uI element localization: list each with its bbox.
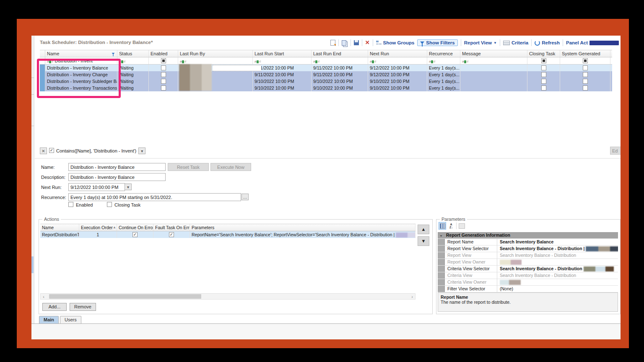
redacted-value bbox=[500, 260, 522, 265]
enabled-form-checkbox[interactable] bbox=[68, 202, 73, 207]
closing-task-filter-checkbox[interactable] bbox=[541, 58, 546, 63]
system-generated-checkbox[interactable] bbox=[583, 85, 588, 90]
delete-icon[interactable]: ✕ bbox=[365, 40, 370, 45]
annotation-highlight bbox=[37, 59, 121, 98]
redacted-parameters bbox=[396, 233, 415, 238]
tab-users[interactable]: Users bbox=[60, 316, 81, 324]
remove-filter-button[interactable]: ✕ bbox=[40, 147, 47, 154]
actions-column-fault-task-on-error[interactable]: Fault Task On Error bbox=[153, 224, 190, 231]
system-generated-filter-checkbox[interactable] bbox=[583, 58, 588, 63]
actions-header-row: Name Execution Order▲ Continue On Error … bbox=[40, 224, 415, 231]
closing-task-option[interactable]: Closing Task bbox=[107, 202, 140, 207]
recurrence-ellipsis-button[interactable]: … bbox=[242, 194, 249, 200]
property-row[interactable]: Criteria View Owner bbox=[438, 279, 618, 286]
column-header-closing-task[interactable]: Closing Task bbox=[527, 50, 560, 57]
category-row[interactable]: ⌄ Report Generation Information bbox=[438, 232, 618, 239]
property-row[interactable]: Report Name Search Inventory Balance bbox=[438, 239, 618, 246]
criteria-button[interactable]: Criteria bbox=[503, 40, 528, 45]
next-run-dropdown-button[interactable]: ▾ bbox=[125, 184, 132, 190]
column-header-last-run-by[interactable]: Last Run By bbox=[178, 50, 253, 57]
move-down-button[interactable]: ▼ bbox=[418, 236, 429, 246]
show-groups-button[interactable]: Show Groups bbox=[376, 40, 415, 45]
property-description-panel: Report Name The name of the report to di… bbox=[438, 292, 618, 312]
fault-task-on-error-checkbox[interactable]: ✓ bbox=[169, 232, 174, 237]
new-task-icon[interactable] bbox=[330, 40, 335, 46]
task-grid: Name Status Enabled Last Run By Last Run… bbox=[40, 50, 612, 91]
name-field[interactable] bbox=[68, 163, 166, 171]
refresh-button[interactable]: Refresh bbox=[535, 40, 560, 46]
panel-actions-button[interactable]: Panel Act bbox=[566, 40, 619, 45]
property-row[interactable]: Filter View Selector (None) bbox=[438, 286, 618, 292]
grid-filter-row[interactable]: ac Distribution - Invent ac ac ac ac ac … bbox=[40, 57, 612, 65]
column-header-last-run-end[interactable]: Last Run End bbox=[312, 50, 368, 57]
column-header-message[interactable]: Message bbox=[460, 50, 527, 57]
column-header-last-run-start[interactable]: Last Run Start bbox=[253, 50, 312, 57]
save-icon[interactable] bbox=[354, 40, 359, 45]
copy-icon[interactable] bbox=[342, 40, 346, 46]
system-generated-checkbox[interactable] bbox=[583, 79, 588, 84]
scrollbar-thumb[interactable] bbox=[49, 294, 201, 299]
show-filters-button[interactable]: Show Filters bbox=[417, 39, 457, 46]
closing-task-checkbox[interactable] bbox=[541, 72, 546, 77]
table-row[interactable]: Distribution - Inventory Balance Waiting… bbox=[40, 65, 612, 71]
table-row[interactable]: Distribution - Inventory Transactions Wa… bbox=[40, 85, 612, 91]
column-header-next-run[interactable]: Next Run bbox=[368, 50, 427, 57]
next-run-field[interactable] bbox=[68, 183, 125, 191]
edit-filter-button[interactable]: Ed bbox=[610, 147, 621, 155]
move-up-button[interactable]: ▲ bbox=[418, 225, 429, 234]
column-header-name[interactable]: Name bbox=[45, 50, 117, 57]
scroll-right-icon[interactable]: › bbox=[409, 294, 415, 299]
enabled-checkbox[interactable] bbox=[161, 79, 166, 84]
inline-editor-box[interactable] bbox=[213, 65, 261, 71]
property-row[interactable]: Criteria View Search Inventory Balance -… bbox=[438, 272, 618, 279]
tab-main[interactable]: Main bbox=[39, 316, 59, 324]
actions-column-execution-order[interactable]: Execution Order▲ bbox=[79, 224, 117, 231]
property-row[interactable]: Criteria View Selector Search Inventory … bbox=[438, 266, 618, 272]
actions-column-name[interactable]: Name bbox=[40, 224, 79, 231]
collapse-icon[interactable]: ⌄ bbox=[438, 232, 444, 238]
system-generated-checkbox[interactable] bbox=[583, 72, 588, 77]
abc-filter-icon: ac bbox=[429, 58, 435, 64]
filter-expression-bar: ✕ ✓ Contains([Name], 'Distribution - Inv… bbox=[40, 147, 145, 154]
enabled-checkbox[interactable] bbox=[161, 85, 166, 90]
add-button[interactable]: Add... bbox=[42, 303, 67, 311]
actions-horizontal-scrollbar[interactable]: ‹ › bbox=[40, 293, 415, 300]
actions-column-continue-on-error[interactable]: Continue On Error bbox=[117, 224, 153, 231]
property-pages-button[interactable] bbox=[458, 222, 465, 230]
remove-button[interactable]: Remove bbox=[70, 303, 96, 311]
abc-filter-icon: ac bbox=[462, 58, 468, 64]
left-scroll-thumb[interactable] bbox=[31, 256, 34, 273]
filter-active-checkbox[interactable]: ✓ bbox=[49, 148, 54, 153]
closing-task-checkbox[interactable] bbox=[541, 65, 546, 70]
recurrence-field[interactable] bbox=[68, 193, 241, 201]
categorized-view-button[interactable] bbox=[439, 222, 446, 230]
reset-task-button[interactable]: Reset Task bbox=[168, 163, 209, 171]
scroll-left-icon[interactable]: ‹ bbox=[41, 294, 47, 299]
filter-dropdown-button[interactable]: ▾ bbox=[138, 147, 145, 154]
enabled-checkbox[interactable] bbox=[161, 65, 166, 70]
property-row[interactable]: Report View Selector Search Inventory Ba… bbox=[438, 246, 618, 252]
enabled-option[interactable]: Enabled bbox=[68, 202, 93, 207]
actions-column-parameters[interactable]: Parameters bbox=[190, 224, 415, 231]
continue-on-error-checkbox[interactable]: ✓ bbox=[132, 232, 138, 237]
closing-task-checkbox[interactable] bbox=[541, 85, 546, 90]
table-row[interactable]: Distribution - Inventory Change Waiting … bbox=[40, 71, 612, 78]
property-description-text: The name of the report to distribute. bbox=[441, 300, 615, 305]
column-header-recurrence[interactable]: Recurrence bbox=[427, 50, 460, 57]
column-header-status[interactable]: Status bbox=[117, 50, 149, 57]
table-row[interactable]: Distribution - Inventory Subledger Bal..… bbox=[40, 78, 612, 85]
property-row[interactable]: Report View Search Inventory Balance - D… bbox=[438, 252, 618, 259]
column-header-enabled[interactable]: Enabled bbox=[149, 50, 178, 57]
enabled-filter-checkbox[interactable] bbox=[161, 58, 166, 63]
execute-now-button[interactable]: Execute Now bbox=[210, 163, 251, 171]
closing-task-checkbox[interactable] bbox=[541, 79, 546, 84]
alphabetical-sort-button[interactable]: AZ↓ bbox=[447, 222, 455, 230]
property-row[interactable]: Report View Owner bbox=[438, 259, 618, 266]
column-header-system-generated[interactable]: System Generated bbox=[560, 50, 610, 57]
report-view-button[interactable]: Report View▼ bbox=[464, 40, 497, 45]
table-row[interactable]: ReportDistributionTask 1 ✓ ✓ ReportName=… bbox=[40, 231, 415, 238]
closing-task-form-checkbox[interactable] bbox=[107, 202, 112, 207]
enabled-checkbox[interactable] bbox=[161, 72, 166, 77]
system-generated-checkbox[interactable] bbox=[583, 65, 588, 70]
description-field[interactable] bbox=[68, 173, 166, 181]
